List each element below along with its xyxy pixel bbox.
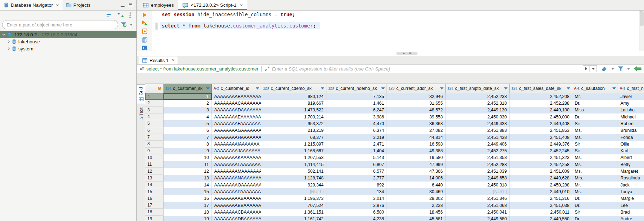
grid-cell[interactable]: 29,302 [387,195,446,202]
grid-cell[interactable]: 16,598 [387,141,446,147]
grid-cell[interactable]: Sir [572,141,618,147]
grid-cell[interactable]: 14 [164,182,212,188]
grid-cell[interactable]: 2,449,408 [510,120,572,127]
grid-cell[interactable]: AAAAAAAAOAAAAAAA [212,182,261,188]
grid-cell[interactable]: 18,456 [387,209,446,215]
clear-filter-icon[interactable] [601,66,607,72]
maximize-editor-icon[interactable] [402,53,405,54]
grid-cell[interactable]: 36,368 [387,120,446,127]
tree-item-server[interactable]: 172.18.0.2 172.18.0.2:31604 [0,31,136,38]
grid-cell[interactable]: 1 [164,93,212,100]
grid-cell[interactable]: Margaret [618,168,644,174]
grid-cell[interactable]: Miss [572,107,618,113]
grid-cell[interactable]: 2,450,030 [446,113,510,120]
grid-cell[interactable]: Ms. [572,127,618,134]
column-header-c_current_cdemo_sk[interactable]: 123c_current_cdemo_sk [261,84,326,93]
grid-cell[interactable]: AAAAAAAAIAAAAAAA [212,141,261,147]
grid-cell[interactable]: Ms. [572,154,618,161]
grid-cell[interactable]: 2,451,009 [510,168,572,174]
grid-cell[interactable]: 4,470 [326,120,387,127]
grid-cell[interactable]: 3,986 [326,113,387,120]
explain-plan-icon[interactable] [142,37,147,43]
grid-cell[interactable]: AAAAAAAAJAAAAAAA [212,148,261,154]
column-header-c_current_addr_sk[interactable]: 123c_current_addr_sk [387,84,446,93]
grid-cell[interactable]: 707,524 [261,202,326,209]
row-number[interactable]: 12 [145,168,164,174]
column-menu-icon[interactable] [504,87,508,90]
grid-cell[interactable]: 2,449,130 [446,107,510,113]
grid-cell[interactable]: 2,452,245 [510,148,572,154]
grid-cell[interactable]: Jack [618,182,644,188]
grid-cell[interactable]: Lee [618,202,644,209]
row-number[interactable]: 7 [145,134,164,141]
grid-cell[interactable]: 2,451,883 [446,127,510,134]
grid-cell[interactable]: 16 [164,195,212,202]
grid-cell[interactable]: 2,449,376 [510,141,572,147]
grid-cell[interactable]: Brad [618,209,644,215]
grid-cell[interactable]: 6,440 [387,182,446,188]
grid-cell[interactable]: 68,377 [261,134,326,141]
grid-cell[interactable]: Brunilda [618,127,644,134]
grid-cell[interactable]: 2,449,100 [510,107,572,113]
grid-cell[interactable]: Albert [618,154,644,161]
grid-cell[interactable]: 2,450,288 [510,182,572,188]
grid-cell[interactable]: 213,219 [261,127,326,134]
grid-cell[interactable]: 2,450,000 [510,113,572,120]
column-menu-icon[interactable] [567,87,570,90]
collapse-all-icon[interactable] [106,13,112,17]
column-header-c_customer_id[interactable]: A-zc_customer_id [212,84,261,93]
tab-employees[interactable]: employees [139,0,178,10]
tree-item-lakehouse[interactable]: lakehouse [0,38,136,45]
column-header-c_salutation[interactable]: A-zc_salutation [572,84,618,93]
row-number[interactable]: 19 [145,216,164,221]
execute-statement-icon[interactable] [142,12,147,18]
back-navigation-icon[interactable] [634,66,642,72]
maximize-results-icon[interactable] [409,53,412,54]
grid-cell[interactable]: Robert [618,120,644,127]
grid-cell[interactable]: 48,572 [387,107,446,113]
editor-scrollbar[interactable] [639,11,644,51]
column-menu-icon[interactable] [321,87,324,90]
grid-cell[interactable]: 2,449,580 [446,216,510,221]
tab-grid-view[interactable]: Grid [137,84,145,104]
apply-filter-icon[interactable] [585,67,587,70]
chevron-collapsed-icon[interactable] [8,40,10,43]
grid-cell[interactable]: 1,461 [326,100,387,106]
grid-cell[interactable]: 1,207,553 [261,154,326,161]
column-menu-icon[interactable] [256,87,259,90]
grid-cell[interactable]: AAAAAAAANAAAAAAA [212,175,261,182]
grid-cell[interactable]: Ms. [572,168,618,174]
grid-cell[interactable]: AAAAAAAALAAAAAAA [212,161,261,168]
grid-cell[interactable]: [NULL] [446,188,510,195]
chevron-expanded-icon[interactable] [2,33,5,36]
grid-cell[interactable]: AAAAAAAAABAAAAAA [212,195,261,202]
grid-cell[interactable]: 10 [164,154,212,161]
grid-cell[interactable]: 1,404 [326,148,387,154]
grid-cell[interactable]: AAAAAAAABAAAAAAA [212,93,261,100]
tree-item-system[interactable]: system [0,45,136,52]
grid-cell[interactable]: 953,372 [261,120,326,127]
grid-cell[interactable]: 1,361,151 [261,209,326,215]
grid-cell[interactable]: Fonda [618,134,644,141]
grid-cell[interactable]: Ms. [572,134,618,141]
grid-cell[interactable]: AAAAAAAABBAAAAAA [212,202,261,209]
grid-cell[interactable]: 2,451,316 [510,195,572,202]
grid-cell[interactable]: 47,366 [387,168,446,174]
sql-console-icon[interactable] [142,45,147,50]
grid-cell[interactable]: AAAAAAAACBAAAAAA [212,209,261,215]
grid-cell[interactable]: 2,449,658 [446,175,510,182]
grid-cell[interactable]: 1,473,522 [261,107,326,113]
grid-cell[interactable]: 1,215,897 [261,141,326,147]
grid-cell[interactable]: 49,388 [387,148,446,154]
grid-cell[interactable]: 2,451,438 [446,134,510,141]
grid-cell[interactable]: 2,452,208 [510,93,572,100]
grid-cell[interactable]: 11 [164,161,212,168]
grid-cell[interactable]: 2,451,353 [446,154,510,161]
grid-cell[interactable]: 4,238 [326,216,387,221]
grid-cell[interactable]: 2,450,041 [446,209,510,215]
grid-cell[interactable]: 1,703,214 [261,113,326,120]
grid-cell[interactable]: 819,667 [261,100,326,106]
grid-cell[interactable]: Margie [618,195,644,202]
row-number[interactable]: 8 [145,141,164,147]
row-number[interactable]: 6 [145,127,164,134]
